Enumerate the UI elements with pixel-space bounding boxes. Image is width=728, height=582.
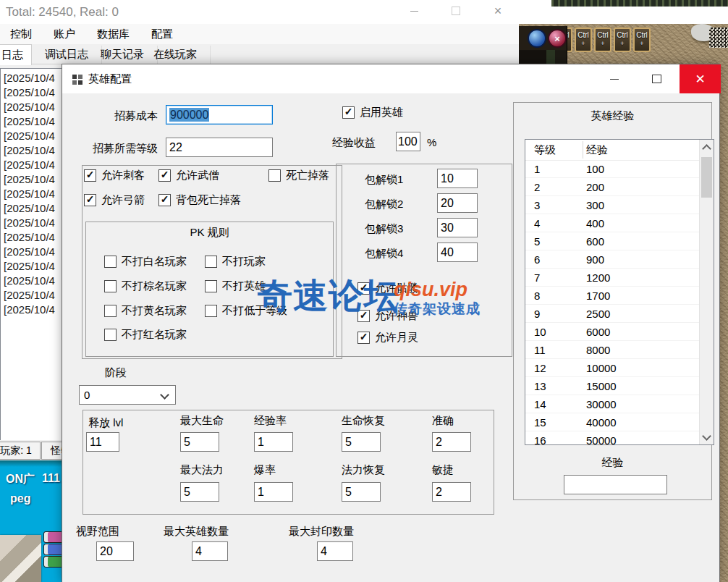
exp-table-row[interactable]: 1540000 — [525, 413, 700, 431]
hp-regen-input[interactable] — [342, 432, 381, 452]
exp-table-row[interactable]: 1315000 — [525, 377, 700, 395]
checkbox-pk-no-players[interactable]: 不打玩家 — [205, 255, 266, 268]
close-orb-icon[interactable]: × — [548, 29, 567, 48]
release-lvl-input[interactable] — [86, 432, 119, 452]
chevron-down-icon — [702, 431, 711, 441]
checkbox-pk-no-heroes[interactable]: 不打英雄 — [205, 279, 266, 292]
exp-value-cell: 8000 — [586, 344, 610, 356]
dialog-close-button[interactable]: ✕ — [680, 64, 721, 93]
exp-table-row[interactable]: 3300 — [525, 196, 700, 214]
exp-table-row[interactable]: 81700 — [525, 287, 700, 305]
exp-value-cell: 900 — [586, 253, 604, 266]
desktop-icon-label[interactable]: ON广 — [6, 472, 35, 487]
checkbox-allow-monk[interactable]: 允许武僧 — [158, 169, 219, 182]
minimize-button[interactable] — [397, 0, 431, 22]
menu-item-config[interactable]: 配置 — [147, 25, 177, 43]
tab-players[interactable]: 玩家: 1 — [0, 442, 41, 460]
checkbox-allow-moon-spirit[interactable]: 允许月灵 — [357, 331, 418, 344]
percent-sign: % — [427, 136, 436, 148]
bag-unlock3-label: 包解锁3 — [365, 222, 403, 236]
checkbox-enable-hero[interactable]: 启用英雄 — [342, 106, 403, 119]
accuracy-input[interactable] — [432, 432, 471, 452]
accuracy-label: 准确 — [432, 414, 454, 428]
exp-table-row[interactable]: 4400 — [525, 214, 700, 232]
checkbox-allow-divine-beast[interactable]: 允许神兽 — [357, 309, 418, 322]
desktop-icon-label[interactable]: 111 — [42, 472, 60, 485]
checkbox-box — [205, 256, 217, 268]
close-button[interactable]: × — [481, 0, 515, 22]
exp-level-cell: 8 — [525, 290, 586, 302]
exp-value-cell: 400 — [586, 217, 604, 229]
checkbox-bag-death-drop[interactable]: 背包死亡掉落 — [158, 193, 241, 206]
view-range-input[interactable] — [96, 541, 134, 561]
hotkey-slot[interactable]: Ctrl+ — [633, 28, 651, 52]
max-hp-input[interactable] — [180, 432, 219, 452]
bag-unlock4-input[interactable] — [437, 242, 478, 262]
menu-item-database[interactable]: 数据库 — [93, 25, 134, 43]
drop-rate-input[interactable] — [254, 482, 293, 502]
dialog-maximize-button[interactable] — [636, 64, 677, 93]
checkbox-box — [268, 169, 281, 182]
image-thumbnail[interactable] — [0, 535, 41, 582]
exp-table-row[interactable]: 1210000 — [525, 359, 700, 377]
maximize-button[interactable] — [439, 0, 473, 22]
refresh-orb-icon[interactable] — [528, 29, 546, 48]
scrollbar-thumb[interactable] — [701, 157, 712, 198]
level-column-header: 等级 — [534, 143, 556, 157]
selected-text: 900000 — [169, 108, 209, 122]
exp-table-row[interactable]: 1100 — [525, 160, 700, 178]
checkbox-pk-no-brown[interactable]: 不打棕名玩家 — [104, 279, 187, 292]
dialog-minimize-button[interactable] — [594, 64, 635, 93]
exp-gain-input[interactable] — [396, 132, 420, 151]
mp-regen-input[interactable] — [342, 482, 381, 502]
exp-table-row[interactable]: 71200 — [525, 269, 700, 287]
recruit-cost-input[interactable]: 900000 — [166, 105, 273, 125]
recruit-cost-label: 招募成本 — [69, 109, 158, 123]
exp-table-row[interactable]: 2200 — [525, 178, 700, 196]
hotkey-slot[interactable]: Ctrl+ — [575, 28, 592, 52]
recruit-level-input[interactable] — [166, 138, 273, 157]
tab-log[interactable]: 日志 — [0, 44, 32, 65]
stage-value: 0 — [84, 389, 90, 401]
exp-table-row[interactable]: 1650000 — [525, 431, 700, 445]
max-mp-input[interactable] — [180, 482, 219, 502]
menu-item-account[interactable]: 账户 — [49, 25, 80, 43]
exp-table-row[interactable]: 106000 — [525, 323, 700, 341]
checkbox-pk-no-lower-level[interactable]: 不打低于等级 — [205, 304, 287, 317]
checkbox-label: 允许月灵 — [375, 331, 418, 345]
checkbox-pk-no-white[interactable]: 不打白名玩家 — [104, 255, 187, 268]
checkbox-pk-no-red[interactable]: 不打红名玩家 — [104, 328, 187, 341]
release-lvl-label: 释放 lvl — [88, 416, 123, 430]
stage-select[interactable]: 0 — [79, 385, 176, 405]
minimize-icon — [410, 11, 418, 12]
checkbox-pk-no-yellow[interactable]: 不打黄名玩家 — [104, 304, 187, 317]
checkbox-allow-archer[interactable]: 允许弓箭 — [84, 193, 145, 206]
scroll-up-button[interactable] — [700, 140, 714, 154]
exp-rate-input[interactable] — [254, 432, 293, 452]
bag-unlock2-input[interactable] — [437, 193, 478, 213]
max-seals-input[interactable] — [317, 541, 353, 561]
exp-table-row[interactable]: 92500 — [525, 305, 700, 323]
exp-table-row[interactable]: 1430000 — [525, 395, 700, 413]
scrollbar[interactable] — [699, 140, 714, 444]
bag-unlock3-input[interactable] — [437, 218, 478, 237]
hotkey-slot[interactable]: Ctrl+ — [594, 28, 611, 52]
agility-input[interactable] — [432, 482, 471, 502]
checkbox-allow-assassin[interactable]: 允许刺客 — [84, 169, 145, 182]
exp-input[interactable] — [564, 475, 667, 494]
scroll-down-button[interactable] — [700, 430, 714, 444]
checkbox-box — [104, 305, 117, 317]
exp-table-header: 等级 经验 — [525, 140, 714, 161]
bag-unlock1-input[interactable] — [437, 169, 478, 188]
checkbox-death-drop[interactable]: 死亡掉落 — [268, 169, 329, 182]
exp-table-row[interactable]: 6900 — [525, 250, 700, 269]
hotkey-slot[interactable]: Ctrl+ — [614, 28, 631, 52]
menu-item-control[interactable]: 控制 — [6, 25, 36, 43]
desktop-icon-label[interactable]: peg — [10, 492, 30, 505]
checkbox-allow-skeleton[interactable]: 允许骷髅 — [357, 282, 418, 295]
exp-table-row[interactable]: 5600 — [525, 232, 700, 250]
exp-table-row[interactable]: 118000 — [525, 341, 700, 359]
max-heroes-input[interactable] — [192, 541, 228, 561]
hero-config-dialog: 英雄配置 ✕ 招募成本 900000 招募所需等级 启用英雄 经验收益 % 允许… — [62, 64, 720, 582]
tab-online-players[interactable]: 在线玩家 — [140, 46, 211, 64]
